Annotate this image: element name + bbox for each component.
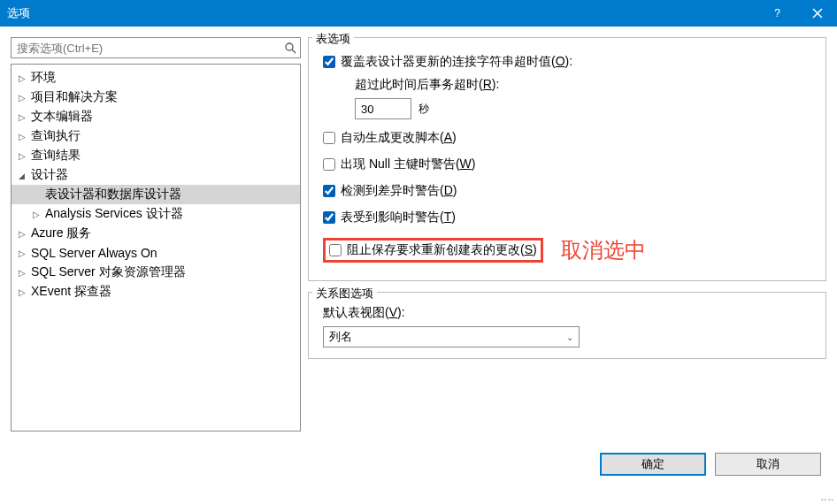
diff-warn-input[interactable]	[323, 185, 335, 197]
checkbox-label: 自动生成更改脚本(A)	[341, 130, 457, 146]
ok-button[interactable]: 确定	[600, 453, 706, 476]
table-options-legend: 表选项	[312, 31, 354, 47]
options-tree[interactable]: 环境 项目和解决方案 文本编辑器 查询执行 查询结果 设计器 表设计器和数据库设…	[11, 64, 301, 431]
chevron-right-icon	[19, 131, 31, 141]
prevent-save-checkbox[interactable]: 阻止保存要求重新创建表的更改(S)	[323, 238, 543, 263]
diff-warn-checkbox[interactable]: 检测到差异时警告(D)	[323, 183, 817, 199]
chevron-down-icon	[19, 170, 31, 180]
tree-item-object-explorer[interactable]: SQL Server 对象资源管理器	[12, 263, 300, 282]
tree-item-text-editor[interactable]: 文本编辑器	[12, 107, 300, 126]
tree-item-label: 项目和解决方案	[31, 89, 118, 105]
diagram-options-legend: 关系图选项	[312, 286, 377, 302]
help-icon: ?	[774, 7, 780, 19]
tree-item-xevent[interactable]: XEvent 探查器	[12, 282, 300, 302]
cancel-button[interactable]: 取消	[715, 453, 821, 476]
title-bar: 选项 ?	[0, 0, 837, 27]
close-icon	[812, 8, 823, 19]
chevron-right-icon	[19, 228, 31, 239]
table-options-group: 表选项 覆盖表设计器更新的连接字符串超时值(O): 超过此时间后事务超时(R):…	[308, 37, 826, 281]
checkbox-label: 表受到影响时警告(T)	[341, 210, 456, 225]
chevron-right-icon	[19, 150, 31, 161]
tree-item-label: SQL Server Always On	[31, 246, 157, 260]
tree-item-label: Azure 服务	[31, 225, 91, 241]
search-icon	[280, 42, 300, 54]
auto-gen-checkbox[interactable]: 自动生成更改脚本(A)	[323, 130, 817, 146]
timeout-label: 超过此时间后事务超时(R):	[355, 77, 817, 93]
prevent-save-input[interactable]	[329, 244, 342, 256]
default-view-select[interactable]: 列名 ⌄	[323, 326, 580, 347]
annotation-text: 取消选中	[561, 236, 646, 264]
checkbox-label: 阻止保存要求重新创建表的更改(S)	[347, 242, 537, 258]
help-button[interactable]: ?	[757, 0, 797, 27]
tree-item-label: SQL Server 对象资源管理器	[31, 264, 186, 280]
tree-item-azure[interactable]: Azure 服务	[12, 224, 300, 243]
tree-item-query-exec[interactable]: 查询执行	[12, 126, 300, 146]
override-conn-input[interactable]	[323, 56, 335, 68]
chevron-right-icon	[19, 248, 31, 258]
search-input[interactable]	[12, 38, 280, 57]
tree-item-label: XEvent 探查器	[31, 284, 111, 300]
null-warn-input[interactable]	[323, 158, 335, 171]
checkbox-label: 出现 Null 主键时警告(W)	[341, 157, 475, 172]
tree-item-label: 文本编辑器	[31, 109, 93, 125]
chevron-down-icon: ⌄	[566, 332, 573, 342]
tree-item-always-on[interactable]: SQL Server Always On	[12, 243, 300, 263]
tree-item-label: Analysis Services 设计器	[45, 206, 183, 222]
default-view-label: 默认表视图(V):	[323, 305, 817, 321]
chevron-right-icon	[33, 209, 45, 219]
checkbox-label: 覆盖表设计器更新的连接字符串超时值(O):	[341, 54, 572, 70]
checkbox-label: 检测到差异时警告(D)	[341, 183, 457, 199]
window-title: 选项	[7, 5, 757, 21]
tree-item-environment[interactable]: 环境	[12, 68, 300, 88]
tree-item-label: 环境	[31, 70, 56, 86]
close-button[interactable]	[797, 0, 837, 27]
tree-item-query-results[interactable]: 查询结果	[12, 146, 300, 165]
tree-item-label: 查询执行	[31, 128, 81, 144]
svg-point-0	[286, 43, 293, 50]
chevron-right-icon	[19, 267, 31, 278]
timeout-unit: 秒	[418, 102, 429, 117]
select-value: 列名	[329, 329, 352, 345]
timeout-input[interactable]	[355, 98, 411, 119]
search-box[interactable]	[11, 37, 301, 58]
null-warn-checkbox[interactable]: 出现 Null 主键时警告(W)	[323, 157, 817, 172]
chevron-right-icon	[19, 92, 31, 103]
tree-item-projects[interactable]: 项目和解决方案	[12, 88, 300, 107]
tree-item-table-designer[interactable]: 表设计器和数据库设计器	[12, 185, 300, 204]
tree-item-label: 查询结果	[31, 148, 81, 164]
chevron-right-icon	[19, 111, 31, 122]
tree-item-analysis-services[interactable]: Analysis Services 设计器	[12, 204, 300, 224]
tree-item-designers[interactable]: 设计器	[12, 165, 300, 185]
resize-grip-icon: ⣀⣀	[820, 490, 834, 501]
override-conn-checkbox[interactable]: 覆盖表设计器更新的连接字符串超时值(O):	[323, 54, 817, 70]
tree-item-label: 表设计器和数据库设计器	[45, 187, 181, 202]
tree-item-label: 设计器	[31, 167, 68, 183]
affect-warn-input[interactable]	[323, 211, 335, 224]
affect-warn-checkbox[interactable]: 表受到影响时警告(T)	[323, 210, 817, 225]
diagram-options-group: 关系图选项 默认表视图(V): 列名 ⌄	[308, 292, 826, 359]
auto-gen-input[interactable]	[323, 132, 335, 144]
chevron-right-icon	[19, 73, 31, 83]
chevron-right-icon	[19, 286, 31, 297]
